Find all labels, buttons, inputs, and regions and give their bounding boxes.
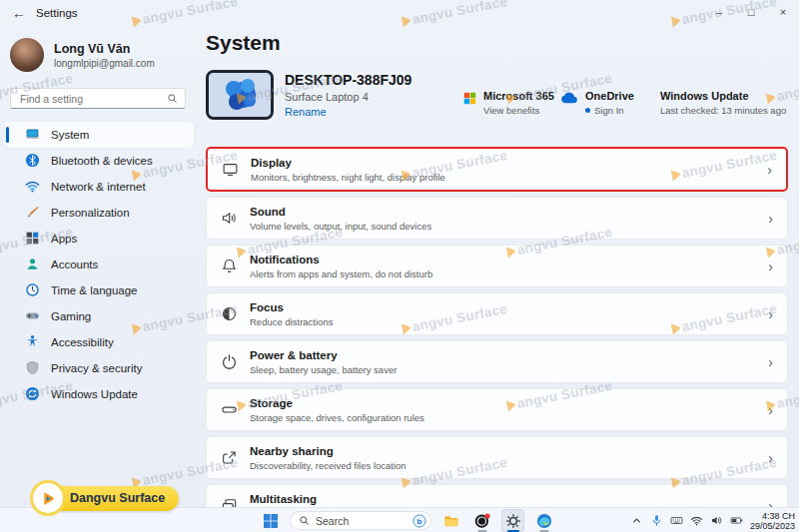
sidebar-item-label: Accounts <box>51 259 98 270</box>
gaming-icon <box>25 308 41 324</box>
quick-status-title: Windows Update <box>660 90 786 102</box>
brand-label: Dangvu Surface <box>70 491 165 505</box>
personalization-icon <box>25 205 41 221</box>
network-icon <box>25 179 41 195</box>
search-input[interactable] <box>18 92 167 106</box>
row-label: Storage <box>250 397 424 410</box>
tray-chevron-up-icon[interactable] <box>630 514 643 527</box>
row-label: Nearby sharing <box>250 445 406 458</box>
profile-email: longmlpipi@gmail.com <box>54 58 155 69</box>
taskbar-search[interactable]: Search b <box>290 511 431 530</box>
row-label: Display <box>251 157 445 170</box>
close-button[interactable]: × <box>767 0 799 24</box>
time-language-icon <box>25 282 41 298</box>
device-info: DESKTOP-388FJ09 Surface Laptop 4 Rename <box>285 72 411 118</box>
microphone-icon[interactable] <box>650 514 663 527</box>
row-description: Sleep, battery usage, battery saver <box>250 364 397 375</box>
row-label: Focus <box>250 301 333 314</box>
row-description: Reduce distractions <box>250 316 333 327</box>
nearby-sharing-icon <box>221 449 239 467</box>
file-explorer-icon[interactable] <box>439 509 462 532</box>
settings-gear-icon[interactable] <box>501 509 524 532</box>
settings-row-notifications[interactable]: NotificationsAlerts from apps and system… <box>206 245 788 287</box>
system-tray: 4:38 CH 29/05/2023 <box>630 508 795 532</box>
bing-icon: b <box>412 514 426 528</box>
sidebar-item-label: Apps <box>51 233 77 245</box>
sidebar-item-accessibility[interactable]: Accessibility <box>5 329 194 355</box>
wifi-icon[interactable] <box>690 514 703 527</box>
chevron-right-icon: › <box>768 354 773 370</box>
taskbar-clock[interactable]: 4:38 CH 29/05/2023 <box>750 511 795 531</box>
sidebar-item-system[interactable]: System <box>5 122 194 148</box>
chevron-right-icon: › <box>768 402 773 418</box>
settings-rows: DisplayMonitors, brightness, night light… <box>206 147 788 532</box>
sidebar-item-network-internet[interactable]: Network & internet <box>5 174 194 200</box>
sidebar-item-label: Bluetooth & devices <box>51 155 153 167</box>
microsoft-365-icon <box>463 92 476 105</box>
sidebar-item-label: Personalization <box>51 207 130 219</box>
quick-status-microsoft-365[interactable]: Microsoft 365View benefits <box>463 90 554 116</box>
sidebar-item-label: Privacy & security <box>51 362 142 374</box>
notifications-icon <box>221 258 239 275</box>
sidebar-item-accounts[interactable]: Accounts <box>5 252 194 277</box>
sidebar-nav: SystemBluetooth & devicesNetwork & inter… <box>5 122 194 407</box>
window-controls: – □ × <box>703 0 799 24</box>
accessibility-icon <box>25 334 41 350</box>
maximize-button[interactable]: □ <box>735 0 767 24</box>
rename-link[interactable]: Rename <box>285 106 411 118</box>
storage-icon <box>221 401 239 419</box>
chevron-right-icon: › <box>768 306 773 322</box>
windows-update-icon <box>25 386 41 402</box>
clock-time: 4:38 CH <box>750 511 795 521</box>
row-description: Monitors, brightness, night light, displ… <box>251 172 445 183</box>
apps-icon <box>25 231 41 247</box>
obs-icon[interactable] <box>470 509 493 532</box>
avatar <box>10 38 44 72</box>
sidebar-item-label: Gaming <box>51 310 91 322</box>
settings-row-power-battery[interactable]: Power & batterySleep, battery usage, bat… <box>206 340 788 383</box>
window-title: Settings <box>36 7 78 19</box>
row-description: Volume levels, output, input, sound devi… <box>250 221 431 232</box>
back-button[interactable]: ← <box>12 5 26 21</box>
sidebar-item-windows-update[interactable]: Windows Update <box>5 381 194 407</box>
profile-name: Long Vũ Văn <box>54 42 130 56</box>
minimize-button[interactable]: – <box>703 0 735 24</box>
row-description: Discoverability, received files location <box>250 460 406 471</box>
selected-indicator <box>6 127 9 143</box>
titlebar: ← Settings – □ × <box>0 0 799 30</box>
edge-icon[interactable] <box>532 509 555 532</box>
quick-status-onedrive[interactable]: OneDriveSign In <box>560 90 634 116</box>
sidebar-item-privacy-security[interactable]: Privacy & security <box>5 355 194 381</box>
start-button[interactable] <box>259 509 282 532</box>
find-setting-searchbox[interactable] <box>10 88 186 109</box>
device-model: Surface Laptop 4 <box>285 91 411 103</box>
row-description: Storage space, drives, configuration rul… <box>250 412 424 423</box>
accounts-icon <box>25 257 41 272</box>
settings-row-storage[interactable]: StorageStorage space, drives, configurat… <box>206 388 788 431</box>
taskbar-center: Search b <box>259 508 555 532</box>
settings-row-display[interactable]: DisplayMonitors, brightness, night light… <box>206 147 788 192</box>
volume-icon[interactable] <box>710 514 723 527</box>
device-thumbnail <box>206 70 274 120</box>
sidebar-item-personalization[interactable]: Personalization <box>5 200 194 226</box>
sidebar-item-time-language[interactable]: Time & language <box>5 277 194 303</box>
quick-status-windows-update[interactable]: Windows UpdateLast checked: 13 minutes a… <box>653 90 786 116</box>
system-icon <box>25 127 41 143</box>
settings-row-focus[interactable]: FocusReduce distractions› <box>206 292 788 335</box>
keyboard-icon[interactable] <box>670 514 683 527</box>
sidebar-item-apps[interactable]: Apps <box>5 226 194 252</box>
sidebar-item-bluetooth-devices[interactable]: Bluetooth & devices <box>5 148 194 174</box>
row-label: Notifications <box>250 254 432 266</box>
battery-icon[interactable] <box>730 514 743 527</box>
sidebar-item-label: System <box>51 129 89 141</box>
settings-row-nearby-sharing[interactable]: Nearby sharingDiscoverability, received … <box>206 436 788 479</box>
brand-badge: Dangvu Surface <box>33 483 179 513</box>
settings-window: angvu Surfaceangvu Surfaceangvu Surfacea… <box>0 0 799 532</box>
sound-icon <box>221 210 239 228</box>
onedrive-icon <box>560 92 578 104</box>
sidebar-item-label: Windows Update <box>51 388 138 400</box>
settings-row-sound[interactable]: SoundVolume levels, output, input, sound… <box>206 197 788 240</box>
row-description: Alerts from apps and system, do not dist… <box>250 268 432 279</box>
sidebar-item-gaming[interactable]: Gaming <box>5 303 194 329</box>
clock-date: 29/05/2023 <box>750 521 795 531</box>
